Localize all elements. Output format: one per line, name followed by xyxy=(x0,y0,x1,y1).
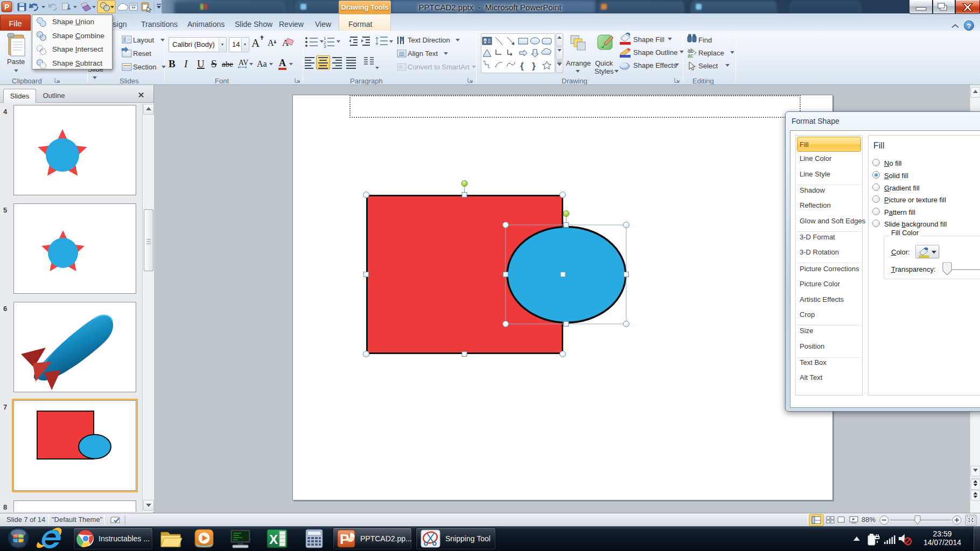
svg-text:S: S xyxy=(211,58,217,69)
svg-text:}: } xyxy=(532,61,536,71)
svg-text:B: B xyxy=(169,58,176,69)
svg-text:3: 3 xyxy=(324,44,326,49)
svg-text:abе: abе xyxy=(222,60,233,68)
svg-text:I: I xyxy=(184,58,188,69)
svg-text:{: { xyxy=(520,61,524,71)
svg-text:A: A xyxy=(400,36,404,44)
svg-text:A: A xyxy=(251,37,260,50)
svg-text:A: A xyxy=(268,38,274,47)
svg-text:Aa: Aa xyxy=(257,59,267,68)
svg-text:A: A xyxy=(279,58,286,68)
svg-text:P: P xyxy=(4,3,9,11)
svg-text:U: U xyxy=(197,58,205,69)
svg-text:P: P xyxy=(340,531,349,547)
svg-text:AV: AV xyxy=(239,59,248,67)
svg-text:X: X xyxy=(269,532,278,547)
svg-text:ac: ac xyxy=(688,53,694,59)
svg-text:A: A xyxy=(484,39,487,44)
